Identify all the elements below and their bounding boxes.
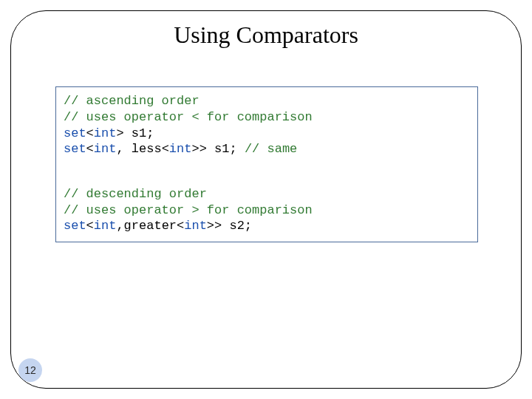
code-text: < (86, 142, 94, 156)
page-number: 12 (24, 364, 36, 376)
code-comment: // uses operator < for comparison (64, 110, 313, 124)
code-text: >> s2; (207, 219, 252, 233)
code-comment: // same (245, 142, 297, 156)
code-text: >> s1; (191, 142, 244, 156)
code-text: < (86, 219, 94, 233)
code-comment: // uses operator > for comparison (64, 203, 313, 217)
code-comment: // ascending order (64, 94, 200, 108)
code-block: // ascending order // uses operator < fo… (55, 86, 478, 242)
blank-line (64, 157, 470, 170)
code-keyword: int (94, 126, 117, 140)
code-keyword: int (184, 219, 207, 233)
code-keyword: set (64, 142, 86, 156)
slide-frame: Using Comparators // ascending order // … (10, 10, 522, 389)
code-comment: // descending order (64, 187, 207, 201)
code-text: , less< (116, 142, 168, 156)
code-content: // ascending order // uses operator < fo… (64, 93, 470, 234)
code-keyword: set (64, 219, 86, 233)
code-keyword: int (94, 219, 117, 233)
code-text: > s1; (116, 126, 154, 140)
slide-title: Using Comparators (11, 21, 521, 49)
code-keyword: int (169, 142, 192, 156)
code-keyword: int (94, 142, 117, 156)
page-number-badge: 12 (18, 358, 42, 382)
code-text: ,greater< (116, 219, 184, 233)
code-text: < (86, 126, 94, 140)
code-keyword: set (64, 126, 86, 140)
